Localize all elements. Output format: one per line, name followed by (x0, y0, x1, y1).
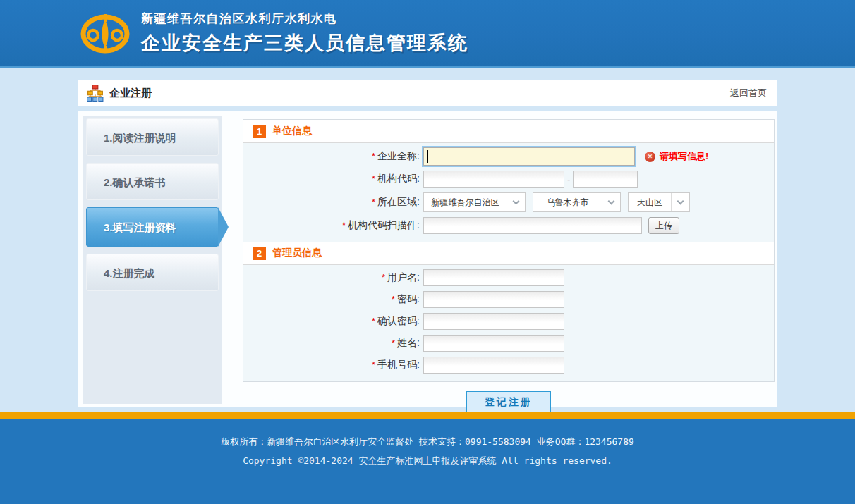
name-input[interactable] (423, 335, 564, 352)
province-value: 新疆维吾尔自治区 (424, 197, 507, 209)
required-asterisk: * (392, 294, 395, 305)
company-name-row: *企业全称: ✕ 请填写信息! (243, 147, 774, 166)
upload-button[interactable]: 上传 (648, 217, 679, 234)
required-asterisk: * (372, 359, 375, 370)
sidebar-step-confirm-commitment[interactable]: 2.确认承诺书 (86, 163, 219, 200)
copyright-notice-line: Copyright ©2014-2024 安全生产标准网上申报及评审系统 All… (0, 455, 855, 467)
username-label: *用户名: (243, 271, 420, 284)
mobile-row: *手机号码: (243, 357, 774, 374)
page-titlebar: 企业注册 返回首页 (78, 80, 777, 106)
password-input[interactable] (423, 291, 564, 308)
error-icon: ✕ (645, 152, 655, 162)
app-title: 企业安全生产三类人员信息管理系统 (141, 30, 468, 56)
org-code-label: *机构代码: (243, 173, 420, 185)
district-value: 天山区 (629, 197, 671, 209)
water-resources-logo-icon (79, 12, 131, 54)
name-row: *姓名: (243, 335, 774, 352)
region-city-select[interactable]: 乌鲁木齐市 (533, 192, 621, 212)
org-code-scan-input[interactable] (423, 217, 642, 234)
city-value: 乌鲁木齐市 (533, 197, 602, 209)
required-asterisk: * (372, 151, 375, 161)
register-submit-button[interactable]: 登记注册 (466, 391, 551, 413)
chevron-down-icon (602, 193, 620, 211)
org-code-scan-row: *机构代码扫描件: 上传 (243, 217, 774, 234)
validation-error: ✕ 请填写信息! (645, 150, 708, 163)
section-number-badge: 1 (253, 125, 266, 138)
form-column: 1 单位信息 *企业全称: ✕ 请填写信息! (243, 119, 775, 413)
sidebar-step-read-instructions[interactable]: 1.阅读注册说明 (86, 118, 219, 156)
required-asterisk: * (392, 338, 395, 348)
company-name-input[interactable] (423, 147, 635, 166)
username-row: *用户名: (243, 269, 774, 286)
org-code-input-suffix[interactable] (573, 171, 638, 188)
confirm-password-row: *确认密码: (243, 313, 774, 330)
name-label: *姓名: (243, 337, 420, 350)
org-code-separator: - (567, 174, 570, 185)
steps-sidebar: 1.阅读注册说明 2.确认承诺书 3.填写注册资料 4.注册完成 (83, 116, 222, 404)
sidebar-step-registration-complete[interactable]: 4.注册完成 (86, 254, 219, 291)
region-district-select[interactable]: 天山区 (628, 192, 690, 212)
required-asterisk: * (342, 220, 346, 231)
password-row: *密码: (243, 291, 774, 308)
registration-form: 1 单位信息 *企业全称: ✕ 请填写信息! (243, 119, 775, 382)
org-code-scan-label: *机构代码扫描件: (243, 219, 420, 232)
confirm-password-label: *确认密码: (243, 315, 420, 328)
password-label: *密码: (243, 293, 420, 306)
org-code-row: *机构代码: - (243, 171, 774, 188)
required-asterisk: * (372, 173, 375, 184)
org-chart-icon (87, 85, 104, 102)
app-header: 新疆维吾尔自治区水利厅水利水电 企业安全生产三类人员信息管理系统 (0, 0, 855, 68)
required-asterisk: * (372, 316, 375, 326)
section-number-badge: 2 (253, 247, 266, 260)
org-subtitle: 新疆维吾尔自治区水利厅水利水电 (141, 11, 468, 27)
back-to-home-link[interactable]: 返回首页 (730, 87, 767, 99)
section-header-unit-info: 1 单位信息 (243, 120, 774, 143)
admin-info-rows: *用户名: *密码: *确认密码: *姓名: (243, 265, 774, 381)
required-asterisk: * (382, 272, 385, 283)
chevron-down-icon (671, 193, 689, 211)
unit-info-rows: *企业全称: ✕ 请填写信息! (243, 143, 774, 242)
submit-row: 登记注册 (243, 391, 775, 413)
confirm-password-input[interactable] (423, 313, 564, 330)
mobile-input[interactable] (423, 357, 564, 374)
region-province-select[interactable]: 新疆维吾尔自治区 (423, 192, 526, 212)
chevron-down-icon (507, 193, 525, 211)
footer-accent-bar (0, 412, 855, 419)
header-titles: 新疆维吾尔自治区水利厅水利水电 企业安全生产三类人员信息管理系统 (141, 11, 468, 56)
error-message: 请填写信息! (660, 150, 708, 163)
company-name-label: *企业全称: (243, 150, 420, 163)
sidebar-step-fill-registration[interactable]: 3.填写注册资料 (86, 207, 219, 247)
required-asterisk: * (372, 197, 375, 207)
page-footer: 版权所有：新疆维吾尔自治区水利厅安全监督处 技术支持：0991-5583094 … (0, 419, 855, 504)
mobile-label: *手机号码: (243, 359, 420, 371)
copyright-owner-line: 版权所有：新疆维吾尔自治区水利厅安全监督处 技术支持：0991-5583094 … (0, 419, 855, 448)
section-title-unit-info: 单位信息 (272, 125, 312, 137)
region-label: *所在区域: (243, 196, 420, 209)
region-row: *所在区域: 新疆维吾尔自治区 乌鲁木齐市 天山区 (243, 192, 774, 212)
page-title: 企业注册 (109, 87, 152, 100)
text-caret (428, 150, 428, 163)
org-code-input-main[interactable] (423, 171, 564, 188)
section-title-admin-info: 管理员信息 (272, 247, 322, 259)
section-header-admin-info: 2 管理员信息 (243, 242, 774, 265)
username-input[interactable] (423, 269, 564, 286)
main-panel: 1.阅读注册说明 2.确认承诺书 3.填写注册资料 4.注册完成 1 单位信息 … (78, 111, 777, 407)
